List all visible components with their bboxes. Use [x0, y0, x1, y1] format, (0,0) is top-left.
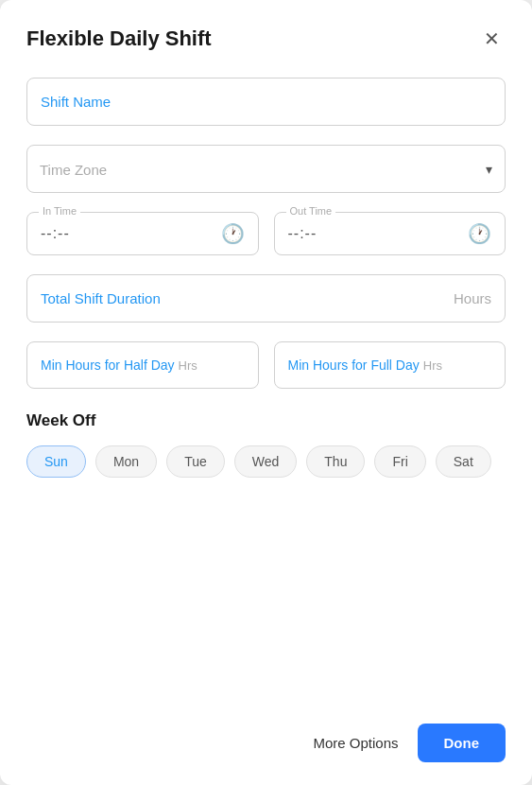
total-duration-unit: Hours: [454, 290, 491, 306]
done-button[interactable]: Done: [418, 724, 506, 762]
min-half-day-unit: Hrs: [179, 358, 197, 373]
time-zone-select[interactable]: [26, 145, 506, 193]
time-zone-wrapper: ▾ Time Zone: [26, 145, 506, 193]
week-off-section: Week Off SunMonTueWedThuFriSat: [26, 411, 506, 478]
min-full-day-unit: Hrs: [423, 358, 442, 373]
day-chip-fri[interactable]: Fri: [374, 445, 425, 478]
min-full-day-field[interactable]: Min Hours for Full Day Hrs: [274, 341, 506, 389]
out-time-clock-icon: 🕐: [468, 222, 491, 245]
shift-name-input[interactable]: [26, 78, 506, 126]
day-chip-thu[interactable]: Thu: [306, 445, 365, 478]
more-options-button[interactable]: More Options: [313, 735, 398, 751]
days-row: SunMonTueWedThuFriSat: [26, 445, 506, 478]
min-half-day-label: Min Hours for Half Day: [41, 358, 175, 373]
day-chip-sat[interactable]: Sat: [436, 445, 491, 478]
day-chip-wed[interactable]: Wed: [234, 445, 298, 478]
hours-row: Min Hours for Half Day Hrs Min Hours for…: [26, 341, 506, 389]
out-time-label: Out Time: [286, 205, 336, 217]
modal-container: Flexible Daily Shift ✕ ▾ Time Zone In Ti…: [0, 0, 532, 785]
day-chip-mon[interactable]: Mon: [95, 445, 157, 478]
min-half-day-field[interactable]: Min Hours for Half Day Hrs: [26, 341, 259, 389]
shift-name-group: [26, 78, 506, 126]
out-time-input-row: --:-- 🕐: [288, 222, 492, 245]
day-chip-tue[interactable]: Tue: [166, 445, 225, 478]
min-full-day-label: Min Hours for Full Day: [288, 358, 420, 373]
in-time-wrapper[interactable]: In Time --:-- 🕐: [26, 212, 259, 255]
modal-title: Flexible Daily Shift: [26, 26, 212, 51]
in-time-value: --:--: [41, 225, 70, 242]
time-zone-group: ▾ Time Zone: [26, 145, 506, 193]
in-time-clock-icon: 🕐: [221, 222, 245, 245]
out-time-wrapper[interactable]: Out Time --:-- 🕐: [274, 212, 506, 255]
time-row: In Time --:-- 🕐 Out Time --:-- 🕐: [26, 212, 506, 255]
in-time-label: In Time: [39, 205, 80, 217]
modal-footer: More Options Done: [26, 712, 506, 762]
total-duration-field: Total Shift Duration Hours: [26, 274, 506, 323]
week-off-title: Week Off: [26, 411, 506, 430]
modal-header: Flexible Daily Shift ✕: [26, 26, 506, 51]
total-duration-label: Total Shift Duration: [41, 290, 161, 306]
out-time-value: --:--: [288, 225, 317, 242]
day-chip-sun[interactable]: Sun: [26, 445, 86, 478]
close-button[interactable]: ✕: [478, 27, 506, 50]
in-time-input-row: --:-- 🕐: [41, 222, 245, 245]
